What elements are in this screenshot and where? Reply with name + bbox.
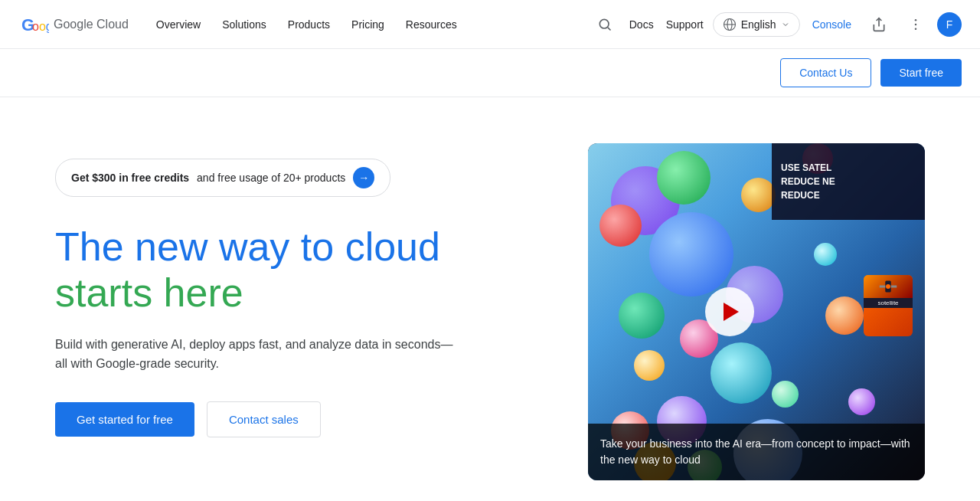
svg-point-8 — [915, 18, 917, 21]
thumbnail-label: sotellite — [864, 298, 913, 308]
nav-overview[interactable]: Overview — [147, 12, 210, 37]
banner-arrow-icon: → — [353, 167, 374, 188]
language-selector[interactable]: English — [713, 12, 800, 37]
google-g-icon: G oogle — [18, 9, 49, 40]
contact-us-button[interactable]: Contact Us — [780, 58, 871, 87]
hero-title: The new way to cloud starts here — [55, 224, 551, 316]
svg-text:oogle: oogle — [32, 20, 49, 33]
banner-bold-text: Get $300 in free credits — [71, 172, 189, 184]
video-background: USE SATELREDUCE NEREDUCE sotellite — [588, 143, 925, 480]
nav-pricing[interactable]: Pricing — [342, 12, 394, 37]
satellite-icon — [877, 275, 900, 298]
more-vert-icon — [908, 17, 923, 32]
secondary-navigation: Contact Us Start free — [0, 49, 980, 97]
get-started-button[interactable]: Get started for free — [55, 402, 194, 437]
search-button[interactable] — [590, 9, 620, 40]
start-free-button[interactable]: Start free — [880, 59, 962, 87]
hero-actions: Get started for free Contact sales — [55, 401, 551, 437]
hero-right: USE SATELREDUCE NEREDUCE sotellite — [588, 143, 925, 480]
hero-video[interactable]: USE SATELREDUCE NEREDUCE sotellite — [588, 143, 925, 480]
banner-rest-text: and free usage of 20+ products — [197, 172, 345, 184]
thumbnail-image — [864, 275, 913, 298]
svg-rect-12 — [880, 286, 886, 288]
hero-left: Get $300 in free credits and free usage … — [55, 143, 588, 437]
hero-title-line2: starts here — [55, 270, 243, 315]
hero-subtitle: Build with generative AI, deploy apps fa… — [55, 335, 453, 374]
google-cloud-logo[interactable]: G oogle Google Cloud — [18, 9, 129, 40]
share-button[interactable] — [864, 9, 894, 40]
video-caption: Take your business into the AI era—from … — [588, 424, 925, 480]
nav-right: Docs Support English Console F — [590, 9, 962, 40]
svg-rect-13 — [891, 286, 897, 288]
play-triangle-icon — [724, 303, 739, 321]
globe-icon — [723, 18, 737, 31]
support-link[interactable]: Support — [663, 12, 707, 37]
svg-point-2 — [599, 19, 609, 28]
nav-resources[interactable]: Resources — [397, 12, 466, 37]
console-link[interactable]: Console — [806, 12, 858, 37]
svg-point-10 — [915, 28, 917, 30]
user-avatar[interactable]: F — [937, 12, 962, 37]
contact-sales-button[interactable]: Contact sales — [207, 401, 321, 437]
video-play-button[interactable] — [705, 287, 754, 336]
svg-line-3 — [608, 27, 611, 30]
svg-point-14 — [886, 284, 890, 289]
chevron-down-icon — [781, 20, 790, 29]
top-navigation: G oogle Google Cloud Overview Solutions … — [0, 0, 980, 49]
video-thumbnail-card[interactable]: sotellite — [864, 275, 913, 336]
free-credits-banner[interactable]: Get $300 in free credits and free usage … — [55, 159, 390, 197]
nav-links: Overview Solutions Products Pricing Reso… — [147, 12, 590, 37]
svg-point-9 — [915, 23, 917, 25]
share-icon — [871, 17, 887, 32]
nav-products[interactable]: Products — [279, 12, 339, 37]
hero-section: Get $300 in free credits and free usage … — [0, 97, 980, 501]
search-icon — [597, 17, 612, 32]
docs-link[interactable]: Docs — [626, 12, 657, 37]
nav-solutions[interactable]: Solutions — [213, 12, 276, 37]
language-label: English — [741, 18, 776, 31]
logo-cloud-text: Google Cloud — [54, 18, 129, 31]
hero-title-line1: The new way to cloud — [55, 224, 440, 269]
video-caption-text: Take your business into the AI era—from … — [600, 437, 910, 466]
more-button[interactable] — [900, 9, 931, 40]
video-overlay-text: USE SATELREDUCE NEREDUCE — [781, 161, 835, 202]
